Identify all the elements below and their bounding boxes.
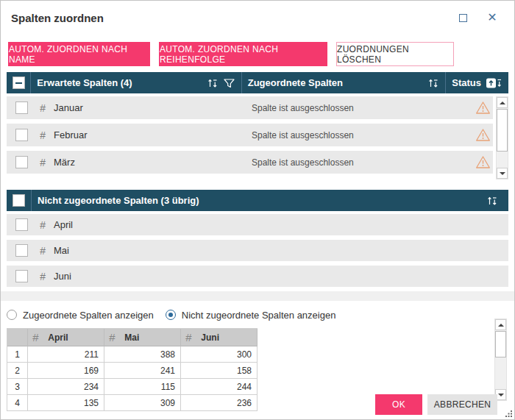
number-type-icon: # (38, 102, 48, 114)
mapped-status-text: Spalte ist ausgeschlossen (252, 157, 354, 168)
unmapped-row-mai[interactable]: # Mai (7, 240, 508, 261)
radio-show-mapped-label[interactable]: Zugeordnete Spalten anzeigen (23, 310, 154, 321)
number-type-icon: # (109, 331, 115, 344)
scrollbar-thumb[interactable] (495, 331, 506, 357)
number-type-icon: # (38, 219, 48, 231)
preview-mode-radios: Zugeordnete Spalten anzeigen Nicht zugeo… (1, 307, 514, 322)
triangle-down-icon (498, 394, 504, 396)
scrollbar-thumb[interactable] (497, 109, 508, 152)
preview-data-row: 4 135 309 236 (7, 395, 258, 411)
maximize-icon (459, 14, 467, 22)
preview-header-juni: # Juni (181, 329, 258, 346)
expected-column-name: März (54, 157, 75, 168)
auto-map-by-order-button[interactable]: AUTOM. ZUORDNEN NACH REIHENFOLGE (159, 42, 327, 66)
triangle-down-icon (500, 172, 505, 175)
sort-icon[interactable] (486, 195, 502, 207)
number-type-icon: # (38, 157, 48, 168)
close-icon: ✕ (487, 12, 497, 24)
cancel-button[interactable]: ABBRECHEN (427, 394, 497, 415)
preview-data-row: 2 169 241 158 (7, 363, 258, 379)
status-header-label: Status (452, 77, 481, 88)
unmapped-column-name: Juni (54, 271, 71, 282)
expected-grid-header: Erwartete Spalten (4) Zugeordnete Spalte… (7, 72, 508, 93)
mapped-columns-header-label: Zugeordnete Spalten (248, 77, 343, 88)
preview-data-row: 1 211 388 300 (7, 346, 258, 363)
column-header-unmapped[interactable]: Nicht zugeordnete Spalten (3 übrig) (32, 190, 508, 211)
separator-band (1, 291, 514, 301)
preview-cell: 135 (28, 395, 104, 411)
expected-row-februar[interactable]: # Februar Spalte ist ausgeschlossen (7, 124, 493, 146)
filter-icon[interactable] (223, 77, 235, 89)
select-all-checkbox-cell (7, 190, 32, 211)
preview-header-mai: # Mai (104, 329, 181, 346)
scroll-up-button[interactable] (495, 319, 506, 330)
triangle-up-icon (498, 324, 504, 327)
maximize-button[interactable] (457, 12, 469, 24)
ok-button[interactable]: OK (375, 394, 422, 415)
row-number-header-cell (7, 329, 28, 346)
row-checkbox[interactable] (15, 129, 28, 141)
row-checkbox[interactable] (15, 270, 28, 282)
warning-icon (475, 128, 491, 142)
triangle-up-icon (500, 102, 505, 104)
preview-cell: 158 (181, 363, 258, 379)
select-all-checkbox[interactable] (13, 194, 25, 207)
expected-column-name: Februar (54, 129, 88, 140)
scroll-down-button[interactable] (497, 168, 508, 179)
preview-header-row: # April # Mai # Juni (7, 329, 258, 346)
column-header-mapped[interactable]: Zugeordnete Spalten (241, 72, 446, 93)
unmapped-columns-grid: Nicht zugeordnete Spalten (3 übrig) # Ap… (7, 190, 508, 287)
sort-icon[interactable] (427, 77, 439, 89)
resize-grip[interactable] (505, 410, 513, 418)
scroll-up-button[interactable] (497, 97, 508, 108)
expected-row-januar[interactable]: # Januar Spalte ist ausgeschlossen (7, 96, 493, 119)
preview-cell: 300 (181, 346, 258, 363)
preview-cell: 388 (104, 346, 181, 363)
preview-header-april: # April (28, 329, 104, 346)
number-type-icon: # (185, 331, 191, 344)
auto-map-by-name-button[interactable]: AUTOM. ZUORDNEN NACH NAME (8, 42, 150, 66)
unmapped-column-name: April (54, 219, 73, 230)
unmapped-row-juni[interactable]: # Juni (7, 266, 508, 287)
unmapped-rows: # April # Mai # Juni (7, 214, 508, 287)
row-number-cell: 3 (7, 379, 28, 395)
row-number-cell: 4 (7, 395, 28, 411)
radio-show-mapped[interactable] (7, 310, 17, 320)
select-all-checkbox[interactable] (13, 76, 25, 89)
mapped-status-text: Spalte ist ausgeschlossen (252, 103, 354, 113)
preview-cell: 241 (104, 363, 181, 379)
preview-cell: 211 (28, 346, 104, 363)
preview-data-row: 3 234 115 244 (7, 379, 258, 395)
clear-mappings-button[interactable]: ZUORDNUNGEN LÖSCHEN (336, 42, 454, 66)
select-all-checkbox-cell (7, 72, 31, 93)
row-checkbox[interactable] (15, 244, 28, 257)
dialog-title: Spalten zuordnen (11, 12, 104, 24)
close-button[interactable]: ✕ (486, 12, 498, 24)
sort-icon[interactable] (207, 77, 219, 89)
footer: OK ABBRECHEN (375, 394, 497, 415)
row-checkbox[interactable] (15, 102, 28, 114)
expected-grid-scrollbar[interactable] (496, 96, 508, 179)
sort-ascending-applied-icon[interactable] (486, 77, 502, 89)
expected-columns-header-label: Erwartete Spalten (4) (37, 77, 132, 88)
data-preview-table: # April # Mai # Juni 1 211 388 300 2 169… (7, 328, 258, 411)
preview-cell: 115 (104, 379, 181, 395)
radio-show-unmapped-label[interactable]: Nicht zugeordnete Spalten anzeigen (182, 310, 336, 321)
column-header-expected[interactable]: Erwartete Spalten (4) (31, 72, 241, 93)
row-checkbox[interactable] (15, 156, 28, 168)
expected-column-name: Januar (54, 102, 83, 113)
expected-row-maerz[interactable]: # März Spalte ist ausgeschlossen (7, 151, 493, 174)
radio-show-unmapped[interactable] (166, 310, 176, 320)
map-columns-dialog: Spalten zuordnen ✕ AUTOM. ZUORDNEN NACH … (0, 0, 515, 420)
number-type-icon: # (38, 245, 48, 257)
unmapped-row-april[interactable]: # April (7, 214, 508, 235)
preview-cell: 244 (181, 379, 258, 395)
row-checkbox[interactable] (15, 218, 28, 231)
preview-cell: 169 (28, 363, 104, 379)
expected-columns-grid: Erwartete Spalten (4) Zugeordnete Spalte… (7, 72, 508, 179)
preview-cell: 234 (28, 379, 104, 395)
expected-rows: # Januar Spalte ist ausgeschlossen # Feb… (7, 96, 493, 179)
preview-scrollbar[interactable] (494, 318, 507, 401)
column-header-status[interactable]: Status (445, 72, 508, 93)
warning-icon (475, 101, 491, 115)
